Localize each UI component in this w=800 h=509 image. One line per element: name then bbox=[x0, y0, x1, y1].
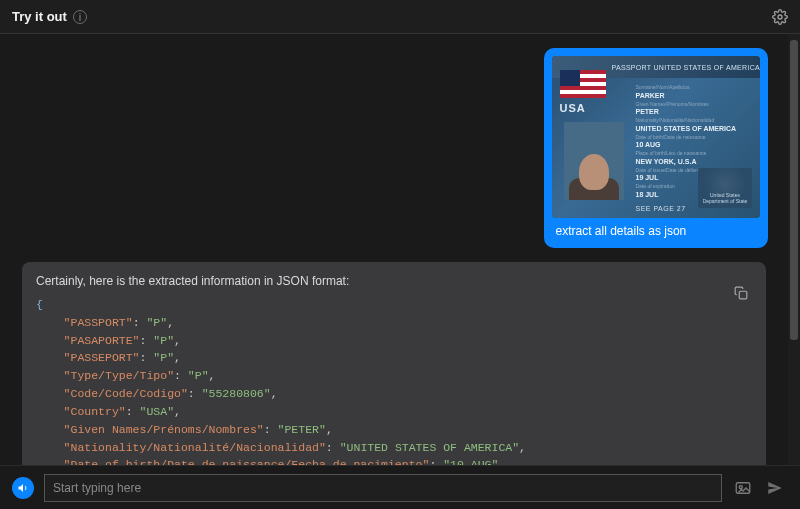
message-input-wrap[interactable] bbox=[44, 474, 722, 502]
gear-icon[interactable] bbox=[772, 9, 788, 25]
header-bar: Try it out i bbox=[0, 0, 800, 34]
attach-image-icon[interactable] bbox=[732, 477, 754, 499]
see-page-note: SEE PAGE 27 bbox=[636, 205, 686, 212]
svg-rect-1 bbox=[739, 291, 747, 299]
send-icon[interactable] bbox=[764, 477, 786, 499]
passport-country-code: USA bbox=[560, 102, 586, 114]
user-message: PASSPORT UNITED STATES OF AMERICA USA Su… bbox=[546, 50, 767, 246]
copy-icon[interactable] bbox=[734, 286, 752, 304]
chat-scroll-area[interactable]: PASSPORT UNITED STATES OF AMERICA USA Su… bbox=[0, 34, 788, 465]
voice-button[interactable] bbox=[12, 477, 34, 499]
issuer-seal: United States Department of State bbox=[698, 168, 752, 208]
passport-photo bbox=[564, 122, 624, 200]
passport-image: PASSPORT UNITED STATES OF AMERICA USA Su… bbox=[552, 56, 761, 218]
flag-icon bbox=[560, 70, 606, 98]
scrollbar-thumb[interactable] bbox=[790, 40, 798, 340]
assistant-intro: Certainly, here is the extracted informa… bbox=[36, 274, 752, 288]
page-title: Try it out bbox=[12, 9, 67, 24]
info-icon[interactable]: i bbox=[73, 10, 87, 24]
json-code-block: { "PASSPORT": "P", "PASAPORTE": "P", "PA… bbox=[36, 296, 752, 465]
svg-point-0 bbox=[778, 15, 782, 19]
input-bar bbox=[0, 465, 800, 509]
attachment-image[interactable]: PASSPORT UNITED STATES OF AMERICA USA Su… bbox=[552, 56, 761, 218]
scrollbar[interactable] bbox=[788, 34, 800, 465]
svg-point-3 bbox=[739, 485, 742, 488]
message-input[interactable] bbox=[53, 481, 713, 495]
assistant-message: Certainly, here is the extracted informa… bbox=[22, 262, 766, 465]
user-message-text: extract all details as json bbox=[552, 218, 761, 240]
